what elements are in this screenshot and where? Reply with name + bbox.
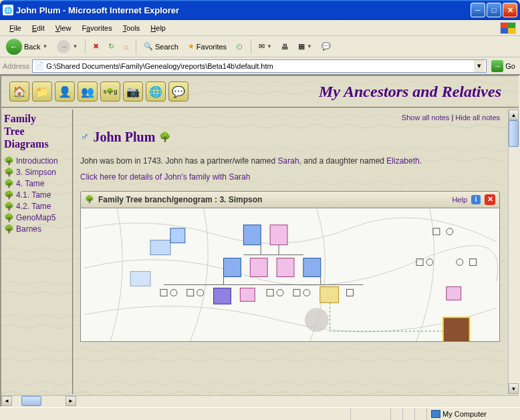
menubar: File Edit View Favorites Tools Help [0, 20, 520, 36]
printer-icon: 🖶 [281, 43, 289, 51]
toolbar: ← Back ▼ → ▼ ✖ ↻ ⌂ 🔍Search ★Favorites ⏲ … [0, 36, 520, 57]
mail-button[interactable]: ✉▼ [255, 40, 275, 53]
sidebar-item-tame42[interactable]: 🌳4.2. Tame [4, 202, 68, 211]
content-area: 🏠 📁 👤 👥 s🌳g 📷 🌐 💬 My Ancestors and Relat… [0, 75, 520, 407]
refresh-icon: ↻ [108, 42, 114, 51]
back-arrow-icon: ← [6, 39, 22, 55]
link-sarah[interactable]: Sarah [278, 156, 299, 166]
svg-rect-11 [277, 258, 294, 276]
stop-icon: ✖ [93, 42, 99, 51]
minimize-button[interactable]: ─ [471, 3, 485, 17]
sidebar-item-tame41[interactable]: 🌳4.1. Tame [4, 190, 68, 200]
svg-rect-34 [443, 317, 470, 341]
discuss-button[interactable]: 💬 [318, 40, 334, 53]
tree-icon: 🌳 [85, 195, 94, 204]
sidebar-item-tame4[interactable]: 🌳4. Tame [4, 179, 68, 188]
address-dropdown-icon[interactable]: ▾ [474, 60, 485, 72]
scrollbar-filler [76, 396, 519, 406]
computer-icon [431, 410, 440, 418]
person-icon: 👤 [58, 85, 72, 98]
sidebar-item-introduction[interactable]: 🌳Introduction [4, 156, 68, 166]
favorites-label: Favorites [197, 43, 227, 51]
tree-icon: 🌳 [4, 213, 14, 222]
back-button[interactable]: ← Back ▼ [3, 37, 51, 57]
menu-view[interactable]: View [50, 23, 77, 33]
scroll-thumb[interactable] [21, 396, 41, 406]
svg-point-4 [446, 228, 453, 235]
forward-button[interactable]: → ▼ [53, 38, 81, 55]
history-button[interactable]: ⏲ [233, 41, 247, 53]
svg-rect-32 [347, 289, 354, 296]
tree-icon: 🌳 [4, 224, 14, 234]
go-button[interactable]: → Go [489, 59, 517, 73]
biography-text: John was born in 1743. John has a partne… [80, 156, 500, 167]
family-details-link[interactable]: Click here for details of John's family … [80, 172, 500, 182]
svg-rect-3 [433, 228, 440, 235]
show-all-notes-link[interactable]: Show all notes [402, 114, 450, 122]
close-window-button[interactable]: ✕ [503, 3, 517, 17]
sidebar-item-label: 4.1. Tame [16, 190, 51, 200]
svg-point-30 [303, 289, 310, 296]
folder-tool-button[interactable]: 📁 [32, 81, 52, 101]
menu-edit[interactable]: Edit [27, 23, 50, 33]
person-tool-button[interactable]: 👤 [55, 81, 75, 101]
scroll-up-button[interactable]: ▲ [509, 110, 519, 120]
maximize-button[interactable]: □ [487, 3, 501, 17]
sidebar-item-genomap5[interactable]: 🌳GenoMap5 [4, 213, 68, 222]
sidebar-item-simpson[interactable]: 🌳3. Simpson [4, 168, 68, 177]
main-panel: Show all notes | Hide all notes ♂ John P… [72, 110, 507, 394]
folder-icon: 📁 [35, 85, 49, 98]
genogram-diagram[interactable] [80, 208, 500, 342]
menu-tools[interactable]: Tools [118, 23, 146, 33]
edit-button[interactable]: ▦▼ [295, 40, 315, 53]
people-tool-button[interactable]: 👥 [78, 81, 98, 101]
menu-file[interactable]: File [4, 23, 27, 33]
globe-icon: 🌐 [149, 85, 162, 98]
hide-all-notes-link[interactable]: Hide all notes [455, 114, 500, 122]
address-input[interactable] [46, 62, 474, 70]
info-icon[interactable]: i [471, 195, 481, 204]
back-label: Back [24, 43, 40, 51]
home-button[interactable]: ⌂ [120, 41, 132, 53]
scroll-down-button[interactable]: ▼ [509, 383, 519, 394]
app-header: 🏠 📁 👤 👥 s🌳g 📷 🌐 💬 My Ancestors and Relat… [1, 76, 519, 108]
sidebar-item-label: 4.2. Tame [16, 202, 51, 211]
search-button[interactable]: 🔍Search [140, 40, 182, 53]
svg-point-24 [197, 289, 204, 296]
person-name: John Plum [94, 130, 156, 145]
app-icon: 🌐 [3, 5, 13, 15]
refresh-button[interactable]: ↻ [105, 40, 118, 53]
globe-tool-button[interactable]: 🌐 [146, 81, 166, 101]
home-tool-button[interactable]: 🏠 [9, 81, 29, 101]
male-symbol-icon: ♂ [80, 130, 90, 144]
menu-favorites[interactable]: Favorites [76, 23, 117, 33]
vertical-scrollbar[interactable]: ▲ ▼ [508, 110, 519, 394]
close-panel-icon[interactable]: ✕ [485, 194, 495, 205]
app-title: My Ancestors and Relatives [191, 83, 511, 101]
scroll-right-button[interactable]: ► [66, 396, 76, 406]
sidebar-item-barnes[interactable]: 🌳Barnes [4, 224, 68, 234]
scroll-track[interactable] [12, 396, 66, 406]
svg-tool-button[interactable]: s🌳g [100, 81, 120, 101]
scroll-thumb[interactable] [509, 120, 519, 147]
svg-rect-26 [240, 288, 255, 301]
bubble-tool-button[interactable]: 💬 [168, 81, 188, 101]
camera-tool-button[interactable]: 📷 [123, 81, 143, 101]
link-elizabeth[interactable]: Elizabeth [386, 156, 419, 166]
horizontal-scrollbar[interactable]: ◄ ► [1, 395, 519, 406]
address-input-wrapper[interactable]: 📄 ▾ [32, 59, 487, 73]
sidebar-item-label: 3. Simpson [16, 168, 56, 177]
print-button[interactable]: 🖶 [278, 41, 292, 53]
window-title: John Plum - Microsoft Internet Explorer [16, 5, 471, 15]
genogram-header: 🌳 Family Tree branch/genogram : 3. Simps… [80, 191, 500, 208]
favorites-button[interactable]: ★Favorites [184, 40, 230, 53]
forward-arrow-icon: → [57, 40, 70, 53]
edit-icon: ▦ [298, 42, 305, 51]
scroll-left-button[interactable]: ◄ [1, 396, 12, 406]
help-link[interactable]: Help [452, 196, 467, 204]
stop-button[interactable]: ✖ [90, 40, 102, 53]
menu-help[interactable]: Help [145, 23, 171, 33]
status-cell [414, 408, 426, 420]
search-label: Search [155, 43, 178, 51]
go-label: Go [505, 62, 515, 70]
